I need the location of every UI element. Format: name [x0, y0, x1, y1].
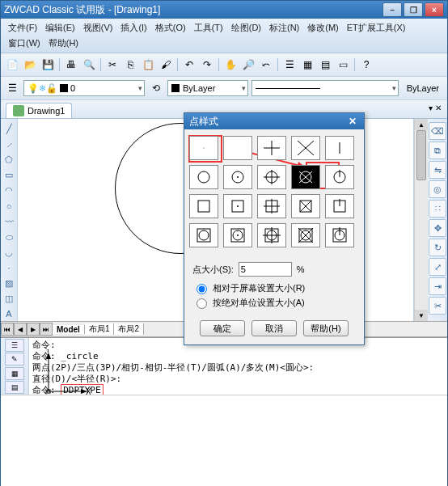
menu-modify[interactable]: 修改(M) [303, 20, 343, 36]
ptstyle-plus[interactable] [257, 136, 286, 160]
cancel-button[interactable]: 取消 [251, 320, 297, 336]
ptstyle-dot[interactable] [189, 136, 218, 160]
scroll-thumb[interactable] [416, 130, 426, 180]
ptstyle-sqcircle-tick[interactable] [325, 223, 354, 247]
preview-icon[interactable]: 🔍 [81, 57, 97, 73]
ptstyle-circle-dot[interactable] [223, 165, 252, 189]
linetype-combo[interactable] [251, 80, 399, 96]
ptstyle-circle[interactable] [189, 165, 218, 189]
redo-icon[interactable]: ↷ [199, 57, 215, 73]
scroll-up-icon[interactable]: ▲ [415, 119, 428, 130]
doc-tab-drawing1[interactable]: Drawing1 [6, 103, 72, 118]
cmd-icon-3[interactable]: ▦ [5, 367, 24, 380]
menu-edit[interactable]: 编辑(E) [41, 20, 79, 36]
text-icon[interactable]: A [2, 307, 16, 321]
ptstyle-none[interactable] [223, 136, 252, 160]
tab-first-icon[interactable]: ⏮ [1, 323, 14, 336]
cmd-icon-2[interactable]: ✎ [5, 353, 24, 366]
designcenter-icon[interactable]: ▦ [299, 57, 315, 73]
ptstyle-sqcircle-x[interactable] [291, 223, 320, 247]
ellipse-icon[interactable]: ⬭ [2, 230, 16, 244]
match-icon[interactable]: 🖌 [158, 57, 174, 73]
tab-layout2[interactable]: 布局2 [114, 323, 144, 335]
menu-format[interactable]: 格式(O) [151, 20, 190, 36]
calc-icon[interactable]: ▭ [335, 57, 351, 73]
ptstyle-tick[interactable] [325, 136, 354, 160]
open-icon[interactable]: 📂 [22, 57, 38, 73]
save-icon[interactable]: 💾 [40, 57, 56, 73]
menu-view[interactable]: 视图(V) [79, 20, 117, 36]
mirror-icon[interactable]: ⇋ [429, 161, 446, 179]
menu-file[interactable]: 文件(F) [4, 20, 41, 36]
rotate-icon[interactable]: ↻ [429, 239, 446, 256]
hatch-icon[interactable]: ▨ [2, 277, 16, 290]
stretch-icon[interactable]: ⇥ [429, 277, 446, 295]
dialog-titlebar[interactable]: 点样式 ✕ [184, 113, 364, 129]
tab-prev-icon[interactable]: ◀ [14, 323, 27, 336]
menu-dim[interactable]: 标注(N) [265, 20, 303, 36]
menu-window[interactable]: 窗口(W) [4, 36, 44, 51]
command-line[interactable]: 命令: 命令: _circle 两点(2P)/三点(3P)/相切-相切-半径(T… [29, 338, 447, 395]
ptstyle-circle-tick[interactable] [325, 165, 354, 189]
ptstyle-sqcircle-dot[interactable] [223, 223, 252, 247]
cmd-icon-1[interactable]: ☰ [5, 339, 24, 352]
menu-insert[interactable]: 插入(I) [116, 20, 150, 36]
polygon-icon[interactable]: ⬠ [2, 153, 16, 167]
trim-icon[interactable]: ✂ [429, 297, 446, 315]
spline-icon[interactable]: 〰 [2, 214, 16, 228]
arc-icon[interactable]: ◠ [2, 184, 16, 197]
zoomprev-icon[interactable]: ⤺ [258, 57, 274, 73]
props-icon[interactable]: ☰ [281, 57, 298, 73]
cmd-icon-4[interactable]: ▤ [5, 381, 24, 394]
undo-icon[interactable]: ↶ [181, 57, 197, 73]
ok-button[interactable]: 确定 [200, 320, 245, 336]
layerprev-icon[interactable]: ⟲ [148, 80, 164, 96]
circle-icon[interactable]: ○ [2, 199, 16, 213]
ptstyle-square-plus[interactable] [257, 194, 286, 218]
rect-icon[interactable]: ▭ [2, 168, 16, 182]
ptstyle-circle-plus[interactable] [257, 165, 286, 189]
pline-icon[interactable]: ⟋ [2, 137, 16, 151]
ptstyle-circle-x-selected[interactable] [291, 165, 320, 189]
paste-icon[interactable]: 📋 [140, 57, 156, 73]
copy-tool-icon[interactable]: ⧉ [429, 142, 446, 159]
help-icon[interactable]: ? [358, 57, 374, 73]
region-icon[interactable]: ◫ [2, 292, 16, 306]
print-icon[interactable]: 🖶 [63, 57, 79, 73]
ptstyle-sqcircle-plus[interactable] [257, 223, 286, 247]
offset-icon[interactable]: ◎ [429, 180, 446, 198]
scroll-down-icon[interactable]: ▼ [415, 310, 428, 321]
radio-relative[interactable]: 相对于屏幕设置大小(R) [192, 281, 356, 294]
vertical-scrollbar[interactable]: ▲ ▼ [414, 119, 428, 321]
new-icon[interactable]: 📄 [4, 57, 20, 73]
pan-icon[interactable]: ✋ [222, 57, 239, 73]
help-button[interactable]: 帮助(H) [303, 320, 349, 336]
ptstyle-sqcircle[interactable] [189, 223, 218, 247]
erase-icon[interactable]: ⌫ [429, 122, 446, 140]
menu-et[interactable]: ET扩展工具(X) [343, 20, 410, 36]
menu-tools[interactable]: 工具(T) [190, 20, 227, 36]
maximize-button[interactable]: ❐ [404, 2, 423, 17]
scale-icon[interactable]: ⤢ [429, 258, 446, 276]
doc-close-button[interactable]: ▾ ✕ [426, 102, 444, 113]
ptstyle-square[interactable] [189, 194, 218, 218]
menu-help[interactable]: 帮助(H) [44, 36, 82, 51]
color-combo[interactable]: ByLayer [167, 80, 248, 96]
ptstyle-square-x[interactable] [291, 194, 320, 218]
layer-combo[interactable]: 💡❄🔓 0 [23, 80, 145, 96]
menu-draw[interactable]: 绘图(D) [227, 20, 265, 36]
dialog-close-icon[interactable]: ✕ [346, 116, 359, 127]
ptstyle-square-dot[interactable] [223, 194, 252, 218]
line-icon[interactable]: ╱ [2, 122, 16, 136]
zoom-icon[interactable]: 🔎 [240, 57, 256, 73]
ptstyle-square-tick[interactable] [325, 194, 354, 218]
move-icon[interactable]: ✥ [429, 219, 446, 237]
earc-icon[interactable]: ◡ [2, 246, 16, 260]
tab-next-icon[interactable]: ▶ [27, 323, 40, 336]
minimize-button[interactable]: – [382, 2, 402, 17]
radio-absolute[interactable]: 按绝对单位设置大小(A) [192, 296, 356, 309]
point-icon[interactable]: · [2, 261, 16, 275]
layer-manager-icon[interactable]: ☰ [4, 80, 20, 96]
copy-icon[interactable]: ⎘ [122, 57, 138, 73]
tool-icon[interactable]: ▤ [317, 57, 333, 73]
